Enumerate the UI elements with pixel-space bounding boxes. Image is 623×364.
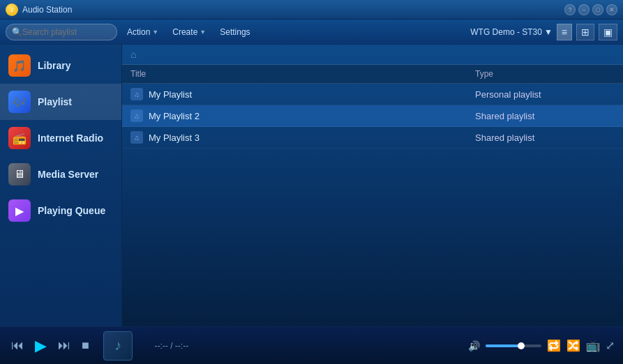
playlist-table: Title Type ♫ My Playlist Personal playli… (122, 65, 623, 326)
sidebar-label-media-server: Media Server (38, 169, 98, 180)
sidebar-label-playing-queue: Playing Queue (38, 205, 105, 216)
toolbar-right: WTG Demo - ST30 ▼ ≡ ⊞ ▣ (470, 24, 617, 40)
sidebar-label-library: Library (38, 60, 70, 71)
sidebar-label-playlist: Playlist (38, 96, 72, 107)
search-input[interactable] (22, 27, 113, 37)
app-icon: ♪ (6, 3, 18, 16)
close-button[interactable]: ✕ (606, 4, 617, 15)
toolbar: 🔍 Action ▼ Create ▼ Settings WTG Demo - … (0, 20, 623, 45)
table-row[interactable]: ♫ My Playlist Personal playlist (122, 84, 623, 105)
sidebar-item-library[interactable]: 🎵 Library (0, 47, 121, 84)
home-icon[interactable]: ⌂ (130, 49, 136, 60)
volume-icon: 🔊 (468, 340, 480, 351)
view-grid-button[interactable]: ⊞ (576, 24, 594, 40)
sidebar-item-playlist[interactable]: 🎶 Playlist (0, 84, 121, 120)
playlist-icon: 🎶 (8, 91, 31, 113)
radio-icon: 📻 (8, 127, 31, 149)
action-arrow-icon: ▼ (152, 29, 158, 36)
table-header: Title Type (122, 65, 623, 84)
shuffle-button[interactable]: 🔀 (566, 339, 580, 352)
playlist-row-icon-2: ♫ (130, 131, 143, 144)
view-cover-button[interactable]: ▣ (599, 24, 617, 40)
row-title-1: ♫ My Playlist 2 (130, 109, 475, 122)
breadcrumb-bar: ⌂ (122, 45, 623, 65)
sidebar: 🎵 Library 🎶 Playlist 📻 Internet Radio 🖥 … (0, 45, 122, 326)
sidebar-item-media-server[interactable]: 🖥 Media Server (0, 156, 121, 192)
sidebar-label-radio: Internet Radio (38, 132, 103, 144)
sidebar-item-playing-queue[interactable]: ▶ Playing Queue (0, 192, 121, 229)
minimize-button[interactable]: − (578, 4, 590, 15)
wtg-button[interactable]: WTG Demo - ST30 ▼ (470, 27, 553, 37)
stop-button[interactable]: ■ (79, 335, 92, 356)
playing-queue-icon: ▶ (8, 199, 31, 222)
repeat-button[interactable]: 🔁 (547, 339, 561, 352)
wtg-arrow-icon: ▼ (544, 27, 553, 37)
content-area: ⌂ Title Type ♫ My Playlist Personal play… (122, 45, 623, 326)
table-row[interactable]: ♫ My Playlist 2 Shared playlist (122, 105, 623, 127)
search-box[interactable]: 🔍 (6, 24, 117, 40)
row-type-2: Shared playlist (475, 132, 615, 143)
sidebar-item-internet-radio[interactable]: 📻 Internet Radio (0, 120, 121, 156)
fullscreen-button[interactable]: ⤢ (606, 339, 615, 352)
row-type-1: Shared playlist (475, 111, 615, 121)
row-type-0: Personal playlist (475, 89, 615, 100)
airplay-button[interactable]: 📺 (586, 339, 600, 352)
play-button[interactable]: ▶ (32, 334, 50, 358)
volume-fill (486, 344, 519, 347)
table-row[interactable]: ♫ My Playlist 3 Shared playlist (122, 127, 623, 149)
library-icon: 🎵 (8, 54, 31, 77)
create-button[interactable]: Create ▼ (168, 26, 210, 38)
playlist-row-icon-0: ♫ (130, 88, 143, 100)
action-button[interactable]: Action ▼ (123, 26, 163, 38)
maximize-button[interactable]: □ (592, 4, 603, 15)
time-display: --:-- / --:-- (144, 341, 200, 351)
album-art: ♪ (103, 331, 133, 361)
col-title-header: Title (130, 69, 475, 79)
next-button[interactable]: ⏭ (55, 335, 73, 356)
playlist-row-icon-1: ♫ (130, 109, 143, 122)
media-server-icon: 🖥 (8, 163, 31, 185)
volume-slider[interactable] (486, 344, 541, 347)
view-list-button[interactable]: ≡ (557, 24, 572, 40)
help-button[interactable]: ? (564, 4, 576, 15)
player-right-controls: 🔊 🔁 🔀 📺 ⤢ (468, 339, 615, 352)
music-note-icon: ♪ (114, 338, 121, 354)
row-title-0: ♫ My Playlist (130, 88, 475, 100)
window-controls: ? − □ ✕ (564, 4, 617, 15)
volume-thumb (518, 342, 525, 349)
row-title-2: ♫ My Playlist 3 (130, 131, 475, 144)
player-bar: ⏮ ▶ ⏭ ■ ♪ --:-- / --:-- 🔊 🔁 🔀 📺 ⤢ (0, 326, 623, 364)
titlebar: ♪ Audio Station ? − □ ✕ (0, 0, 623, 20)
search-icon: 🔍 (12, 27, 22, 37)
col-type-header: Type (475, 69, 615, 79)
settings-button[interactable]: Settings (216, 26, 254, 38)
create-arrow-icon: ▼ (200, 29, 206, 36)
app-title: Audio Station (22, 5, 564, 15)
main-layout: 🎵 Library 🎶 Playlist 📻 Internet Radio 🖥 … (0, 45, 623, 326)
prev-button[interactable]: ⏮ (8, 335, 27, 356)
